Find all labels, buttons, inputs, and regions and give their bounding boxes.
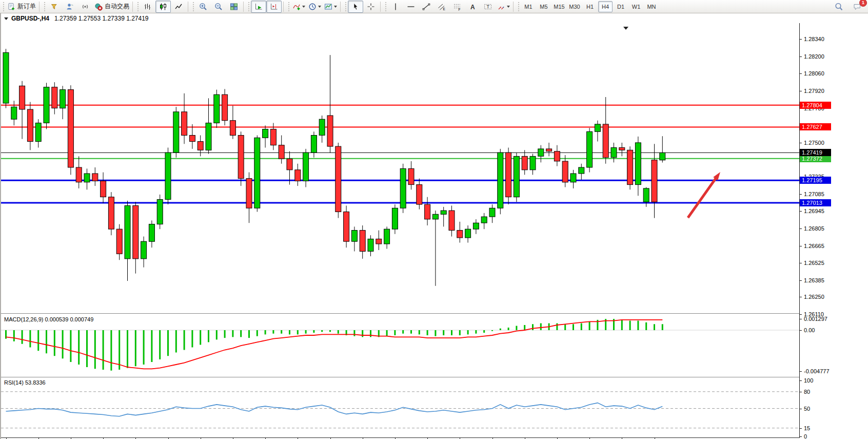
- candle: [368, 239, 373, 251]
- candle: [133, 206, 139, 259]
- candlestick-chart-button[interactable]: [155, 1, 171, 13]
- candle: [425, 204, 430, 219]
- price-axis-tick: [799, 91, 802, 91]
- candle: [562, 161, 568, 182]
- timeframe-m1[interactable]: M1: [521, 1, 536, 12]
- chart-shift-button[interactable]: [266, 1, 282, 13]
- templates-dropdown-icon[interactable]: [334, 6, 337, 8]
- candle: [52, 87, 57, 108]
- zoom-out-button[interactable]: [211, 1, 226, 13]
- candle: [246, 179, 252, 208]
- svg-text:E: E: [443, 7, 446, 11]
- auto-trading-button[interactable]: 自动交易: [93, 1, 131, 13]
- horizontal-line-button[interactable]: [403, 1, 419, 13]
- text-button[interactable]: A: [465, 1, 480, 13]
- signals-button[interactable]: [77, 1, 93, 13]
- timeframe-m30[interactable]: M30: [567, 1, 582, 12]
- candle: [587, 131, 593, 167]
- timeframe-d1[interactable]: D1: [614, 1, 628, 12]
- profiles-button[interactable]: [62, 1, 77, 13]
- bar-chart-button[interactable]: [140, 1, 155, 13]
- toolbar-drag-handle[interactable]: [287, 2, 290, 11]
- search-button[interactable]: [831, 1, 846, 13]
- tile-windows-button[interactable]: [226, 1, 242, 13]
- candle: [481, 217, 487, 223]
- toolbar-drag-handle[interactable]: [191, 2, 195, 11]
- toolbar-drag-handle[interactable]: [247, 2, 250, 11]
- timeframe-w1[interactable]: W1: [629, 1, 643, 12]
- styler-button[interactable]: [47, 1, 62, 13]
- candle: [506, 152, 511, 197]
- macd-pane[interactable]: [1, 314, 799, 377]
- candle: [465, 229, 471, 238]
- candlestick-chart-icon: [159, 3, 167, 11]
- candle: [408, 168, 414, 184]
- bar-chart-icon: [144, 3, 152, 11]
- line-chart-button[interactable]: [171, 1, 186, 13]
- toolbar-drag-handle[interactable]: [517, 2, 520, 11]
- candle: [570, 174, 576, 182]
- candle: [360, 231, 365, 252]
- candle: [376, 239, 382, 244]
- indicators-icon: [292, 3, 301, 11]
- timeframe-h1[interactable]: H1: [583, 1, 597, 12]
- macd-axis-tick: [799, 330, 802, 331]
- vertical-line-button[interactable]: [388, 1, 403, 13]
- equidistant-channel-button[interactable]: E: [434, 1, 449, 13]
- tile-windows-icon: [230, 3, 238, 11]
- notifications-button[interactable]: 1: [850, 1, 865, 13]
- timeframe-m5[interactable]: M5: [537, 1, 551, 12]
- line-chart-icon: [174, 3, 183, 11]
- price-chart-pane[interactable]: [1, 23, 799, 313]
- periods-button[interactable]: [307, 1, 323, 13]
- candle: [619, 148, 625, 150]
- zoom-in-button[interactable]: [195, 1, 211, 13]
- arrow-objects-dropdown-icon[interactable]: [507, 6, 510, 8]
- rsi-axis-tick: [799, 428, 802, 429]
- text-label-button[interactable]: T: [480, 1, 496, 13]
- chart-ohlc-values: 1.27359 1.27553 1.27339 1.27419: [54, 15, 149, 22]
- fibonacci-button[interactable]: F: [449, 1, 465, 13]
- price-axis-tick: [799, 246, 802, 246]
- price-axis-tick: [799, 297, 802, 297]
- price-axis-label: 1.26525: [804, 260, 824, 266]
- candle: [432, 214, 438, 219]
- auto-scroll-button[interactable]: [251, 1, 266, 13]
- current-price-tag: 1.27419: [800, 149, 831, 156]
- trendline-button[interactable]: [419, 1, 434, 13]
- cursor-button[interactable]: [348, 1, 363, 13]
- crosshair-button[interactable]: [363, 1, 379, 13]
- indicators-dropdown-icon[interactable]: [302, 6, 305, 8]
- toolbar-drag-handle[interactable]: [136, 2, 140, 11]
- periods-dropdown-icon[interactable]: [318, 6, 321, 8]
- candle: [254, 138, 260, 208]
- timeframe-m15[interactable]: M15: [552, 1, 566, 12]
- new-order-button[interactable]: 新订单: [6, 1, 37, 13]
- toolbar-drag-handle[interactable]: [2, 2, 5, 11]
- toolbar-drag-handle[interactable]: [43, 2, 46, 11]
- rsi-pane[interactable]: [1, 377, 799, 437]
- timeframe-mn[interactable]: MN: [644, 1, 659, 12]
- trend-arrow[interactable]: [688, 177, 717, 218]
- signals-icon: [81, 3, 89, 11]
- svg-text:T: T: [487, 4, 490, 9]
- toolbar-separator: [513, 2, 514, 12]
- toolbar-drag-handle[interactable]: [344, 2, 347, 11]
- toolbar-separator: [283, 2, 284, 12]
- candle: [400, 168, 406, 208]
- text-icon: A: [468, 3, 477, 11]
- arrow-objects-icon: [497, 3, 505, 11]
- templates-button[interactable]: [323, 1, 339, 13]
- price-axis-label: 1.27085: [804, 192, 824, 197]
- price-tag: 1.27804: [800, 102, 831, 109]
- toolbar-drag-handle[interactable]: [384, 2, 387, 11]
- indicators-button[interactable]: [291, 1, 307, 13]
- vertical-line-icon: [391, 3, 400, 11]
- window-menu-icon[interactable]: [4, 17, 8, 20]
- arrow-objects-button[interactable]: [496, 1, 511, 13]
- rsi-axis-label: 100: [804, 378, 813, 384]
- zoom-in-icon: [199, 3, 207, 11]
- candle: [279, 145, 284, 159]
- timeframe-h4[interactable]: H4: [598, 1, 613, 12]
- price-axis-label: 1.26385: [804, 278, 824, 283]
